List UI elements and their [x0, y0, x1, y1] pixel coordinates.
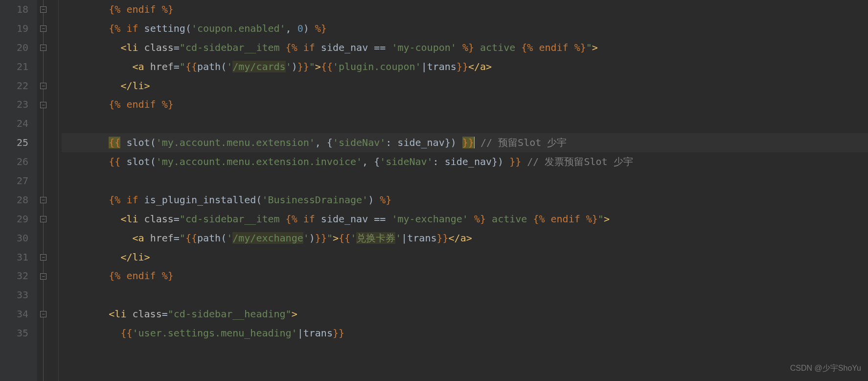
code-token: %} [156, 98, 174, 110]
code-line[interactable]: </li> [62, 248, 868, 267]
code-token: if [303, 213, 315, 225]
code-token: }} [297, 61, 309, 72]
code-token: }} [436, 232, 448, 244]
line-number-gutter: 181920212223242526272829303132333435 [0, 0, 37, 381]
code-token: ( [185, 23, 191, 34]
line-number: 31 [0, 248, 28, 267]
line-number: 28 [0, 190, 28, 210]
code-token: > [315, 61, 321, 72]
code-line[interactable]: {{ slot('my.account.menu.extension.invoi… [62, 152, 868, 171]
code-token: // 发票预留Slot 少宇 [527, 156, 633, 167]
code-token: 'user.settings.menu_heading' [133, 327, 297, 339]
code-token [62, 232, 133, 244]
code-token: "cd-sidebar__item [180, 42, 286, 53]
code-line[interactable]: <a href="{{path('/my/exchange')}}">{{'兑换… [62, 229, 868, 248]
code-token: /my/exchange [232, 232, 303, 244]
fold-close-icon[interactable]: − [40, 254, 46, 261]
code-token: <li [120, 213, 144, 225]
code-token: , { [362, 156, 380, 167]
code-line[interactable]: <a href="{{path('/my/cards')}}">{{'plugi… [62, 57, 868, 76]
line-number: 26 [0, 152, 28, 171]
code-token: if [303, 42, 315, 53]
code-token: {{ [120, 327, 132, 339]
code-token [62, 137, 109, 148]
code-token: " [180, 232, 185, 244]
code-token: 'my.account.menu.extension.invoice' [156, 156, 362, 167]
code-token: ) [292, 61, 297, 72]
fold-open-icon[interactable]: − [40, 216, 46, 222]
code-token: }} [462, 137, 474, 148]
code-line[interactable]: {% if is_plugin_installed('BusinessDrain… [62, 190, 868, 210]
code-line[interactable]: <li class="cd-sidebar__item {% if side_n… [62, 210, 868, 229]
code-token: ' [227, 61, 232, 72]
fold-close-icon[interactable]: − [40, 273, 46, 280]
fold-close-icon[interactable]: − [40, 6, 46, 13]
code-area[interactable]: {% endif %} {% if setting('coupon.enable… [59, 0, 868, 381]
code-token: 'plugin.coupon' [333, 61, 421, 72]
code-line[interactable]: {% if setting('coupon.enabled', 0) %} [62, 19, 868, 38]
code-editor[interactable]: 181920212223242526272829303132333435 −−−… [0, 0, 868, 381]
code-token: = [174, 213, 180, 225]
fold-open-icon[interactable]: − [40, 25, 46, 32]
fold-column: −−−−−−−−−− [37, 0, 59, 381]
code-token: href [150, 61, 174, 72]
code-line[interactable]: </li> [62, 76, 868, 95]
code-token: active [486, 213, 533, 225]
code-token: 'my.account.menu.extension' [156, 137, 315, 148]
code-token: slot( [120, 137, 156, 148]
code-token: {{ [321, 61, 333, 72]
code-token: 0 [297, 23, 303, 34]
code-token: {% [109, 23, 126, 34]
code-token: </li> [120, 80, 150, 92]
fold-close-icon[interactable]: − [40, 102, 46, 108]
code-token: is_plugin_installed( [138, 194, 262, 206]
code-token: %} [580, 213, 598, 225]
code-token: 'coupon.enabled' [191, 23, 286, 34]
code-token: {% [286, 213, 303, 225]
code-line[interactable]: <li class="cd-sidebar__item {% if side_n… [62, 38, 868, 57]
code-token: side_nav == [315, 42, 392, 53]
code-token: > [333, 232, 339, 244]
code-token: > [592, 42, 598, 53]
code-token: {% [109, 3, 126, 15]
line-number: 27 [0, 171, 28, 190]
fold-open-icon[interactable]: − [40, 197, 46, 203]
code-line[interactable] [62, 171, 868, 190]
code-token: %} [156, 3, 174, 15]
code-token: | [297, 327, 303, 339]
code-token: | [401, 232, 407, 244]
line-number: 34 [0, 305, 28, 324]
code-token: 兑换卡券 [356, 232, 395, 244]
code-token: , { [315, 137, 333, 148]
line-number: 25 [0, 133, 28, 152]
code-token: 'my-exchange' [391, 213, 468, 225]
code-line[interactable]: {% endif %} [62, 95, 868, 114]
code-line[interactable]: {{ slot('my.account.menu.extension', {'s… [62, 133, 868, 152]
line-number: 30 [0, 229, 28, 248]
code-line[interactable]: {{'user.settings.menu_heading'|trans}} [62, 324, 868, 343]
code-line[interactable]: {% endif %} [62, 266, 868, 286]
code-token: "cd-sidebar__item [180, 213, 286, 225]
code-token [138, 23, 144, 34]
code-token: href [150, 232, 174, 244]
code-token: ) [368, 194, 380, 206]
code-token: " [327, 232, 333, 244]
code-token: }} [509, 156, 521, 167]
code-token: // 预留Slot 少宇 [480, 137, 567, 148]
code-token [468, 213, 474, 225]
code-token: slot( [120, 156, 156, 167]
fold-open-icon[interactable]: − [40, 45, 46, 51]
code-line[interactable] [62, 114, 868, 133]
code-line[interactable]: {% endif %} [62, 0, 868, 19]
code-token: {{ [185, 61, 197, 72]
code-line[interactable] [62, 286, 868, 305]
code-token [62, 80, 120, 92]
code-token [62, 156, 109, 167]
fold-open-icon[interactable]: − [40, 311, 46, 317]
code-token: {{ [185, 232, 197, 244]
code-token: ' [350, 232, 356, 244]
fold-close-icon[interactable]: − [40, 83, 46, 89]
code-line[interactable]: <li class="cd-sidebar__heading"> [62, 305, 868, 324]
code-token: }} [457, 61, 468, 72]
code-token: %} [156, 270, 174, 282]
